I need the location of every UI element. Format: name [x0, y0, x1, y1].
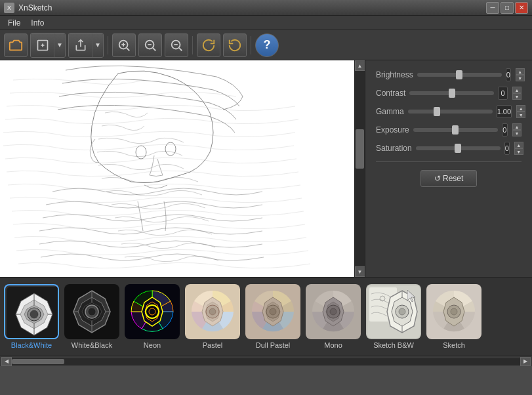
export-button[interactable] [31, 33, 54, 57]
exposure-up[interactable]: ▲ [512, 123, 522, 130]
gamma-up[interactable]: ▲ [516, 105, 525, 112]
preset-bw[interactable]: Black&White [3, 284, 60, 349]
rotate-cw-button[interactable] [197, 33, 220, 57]
open-button[interactable] [4, 33, 28, 57]
preset-neon-wrap [125, 284, 180, 339]
scroll-track[interactable] [355, 71, 365, 266]
svg-point-29 [88, 308, 96, 316]
scroll-left-button[interactable]: ◀ [1, 357, 12, 366]
preset-dullpastel-wrap [245, 284, 300, 339]
svg-point-43 [209, 308, 216, 315]
gamma-value: 1.00 [497, 105, 512, 118]
scroll-up-button[interactable]: ▲ [355, 60, 365, 71]
h-scroll-thumb[interactable] [12, 359, 64, 364]
preset-mono-svg [306, 284, 361, 339]
preset-neon[interactable]: Neon [123, 284, 181, 349]
svg-rect-11 [0, 60, 354, 277]
svg-point-38 [149, 308, 155, 315]
scroll-right-button[interactable]: ▶ [520, 357, 531, 366]
preset-dullpastel-label: Dull Pastel [256, 341, 291, 349]
preset-bw-wrap [4, 284, 59, 339]
svg-line-7 [153, 48, 155, 51]
rotate-ccw-button[interactable] [223, 33, 247, 57]
brightness-slider[interactable] [417, 73, 502, 77]
gamma-down[interactable]: ▼ [516, 112, 525, 118]
contrast-up[interactable]: ▲ [512, 87, 522, 93]
contrast-slider[interactable] [409, 91, 494, 95]
divider [376, 161, 522, 162]
scroll-thumb[interactable] [356, 129, 364, 169]
preset-sketchbw-label: Sketch B&W [373, 341, 414, 349]
saturation-row: Saturation 0 ▲ ▼ [376, 142, 522, 155]
gamma-row: Gamma 1.00 ▲ ▼ [376, 105, 522, 118]
share-button[interactable] [69, 33, 92, 57]
sketch-preview [0, 60, 354, 277]
preset-bw-svg [7, 287, 59, 339]
h-scroll-track[interactable] [12, 358, 520, 365]
brightness-down[interactable]: ▼ [516, 75, 525, 81]
preset-sketch-svg [426, 284, 481, 339]
menu-info[interactable]: Info [26, 17, 49, 29]
preset-mono[interactable]: Mono [304, 284, 362, 349]
preset-sketchbw[interactable]: Sketch B&W [365, 284, 422, 349]
help-button[interactable]: ? [255, 33, 279, 57]
app-title: XnSketch [18, 3, 52, 12]
preset-pastel[interactable]: Pastel [184, 284, 241, 349]
gamma-label: Gamma [376, 107, 404, 116]
svg-point-53 [330, 308, 337, 315]
app-icon: X [4, 3, 14, 13]
preset-bw-label: Black&White [11, 341, 52, 349]
zoom-fit-button[interactable] [165, 33, 188, 57]
brightness-row: Brightness 0 ▲ ▼ [376, 68, 522, 81]
preset-sketchbw-svg [366, 284, 421, 339]
preset-sketchbw-wrap [366, 284, 421, 339]
preset-neon-svg [125, 284, 180, 339]
right-panel: Brightness 0 ▲ ▼ Contrast 0 ▲ ▼ Gamma 1.… [365, 60, 532, 277]
saturation-value: 0 [504, 142, 510, 155]
canvas-area[interactable] [0, 60, 354, 277]
brightness-spinner: ▲ ▼ [516, 68, 525, 81]
svg-point-19 [30, 310, 38, 318]
saturation-slider[interactable] [416, 146, 501, 150]
saturation-up[interactable]: ▲ [514, 142, 523, 148]
close-button[interactable]: ✕ [515, 2, 528, 14]
gamma-slider[interactable] [408, 110, 493, 114]
share-group: ▼ [68, 33, 104, 58]
zoom-in-button[interactable] [112, 33, 136, 57]
svg-line-4 [127, 48, 129, 51]
preset-pastel-wrap [185, 284, 240, 339]
svg-point-61 [399, 308, 405, 315]
maximize-button[interactable]: □ [501, 2, 514, 14]
exposure-row: Exposure 0 ▲ ▼ [376, 123, 522, 136]
preset-wb[interactable]: White&Black [63, 284, 121, 349]
preset-sketch-wrap [426, 284, 481, 339]
zoom-out-button[interactable] [138, 33, 162, 57]
export-group: ▼ [30, 33, 66, 58]
menubar: File Info [0, 16, 532, 30]
scroll-down-button[interactable]: ▼ [355, 266, 365, 277]
reset-button[interactable]: ↺ Reset [420, 170, 478, 187]
preset-dullpastel[interactable]: Dull Pastel [244, 284, 302, 349]
separator-3 [251, 36, 251, 54]
preset-wb-label: White&Black [72, 341, 112, 349]
menu-file[interactable]: File [3, 17, 26, 29]
separator-2 [192, 36, 193, 54]
bottom-scrollbar: ◀ ▶ [0, 356, 532, 366]
contrast-down[interactable]: ▼ [512, 93, 522, 100]
saturation-label: Saturation [376, 144, 412, 153]
export-dropdown[interactable]: ▼ [54, 33, 65, 57]
exposure-down[interactable]: ▼ [512, 130, 522, 136]
sketch-svg [0, 60, 354, 277]
gamma-spinner: ▲ ▼ [516, 105, 525, 118]
preset-dullpastel-svg [245, 284, 300, 339]
brightness-up[interactable]: ▲ [516, 68, 525, 75]
share-dropdown[interactable]: ▼ [92, 33, 103, 57]
titlebar-controls: ─ □ ✕ [486, 2, 528, 14]
preset-sketch[interactable]: Sketch [425, 284, 483, 349]
saturation-down[interactable]: ▼ [514, 148, 523, 155]
exposure-label: Exposure [376, 125, 409, 135]
preset-wb-wrap [64, 284, 119, 339]
exposure-slider[interactable] [413, 128, 498, 132]
minimize-button[interactable]: ─ [486, 2, 499, 14]
titlebar: X XnSketch ─ □ ✕ [0, 0, 532, 16]
